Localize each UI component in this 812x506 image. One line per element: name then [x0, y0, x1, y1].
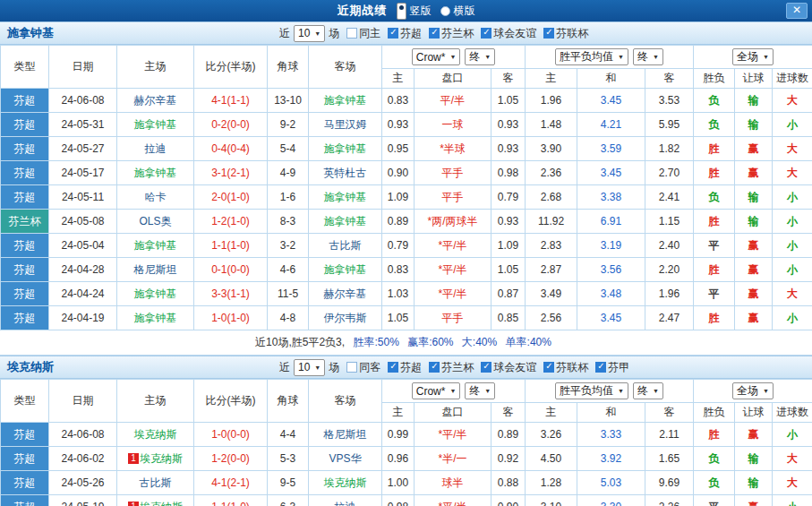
checkbox-checked-icon[interactable]: ✓ [388, 362, 398, 373]
avg-final-select[interactable]: 终▼ [633, 382, 663, 399]
away-team-name[interactable]: 格尼斯坦 [324, 428, 367, 441]
league-filter[interactable]: ✓ 芬兰杯 [429, 26, 474, 41]
away-team-cell[interactable]: 施拿钟基 [309, 258, 382, 282]
away-team-name[interactable]: 马里汉姆 [324, 118, 367, 131]
odds-final-select[interactable]: 终▼ [465, 382, 495, 399]
fulltime-select[interactable]: 全场▼ [732, 382, 774, 399]
home-team-cell[interactable]: 格尼斯坦 [117, 258, 194, 282]
layout-horizontal-radio[interactable]: 横版 [440, 4, 475, 19]
league-filter[interactable]: ✓ 芬甲 [595, 360, 629, 375]
league-filter[interactable]: ✓ 芬联杯 [543, 26, 588, 41]
home-team-cell[interactable]: 哈卡 [117, 185, 194, 210]
bookmaker-select[interactable]: Crow*▼ [412, 382, 461, 399]
avg-final-select[interactable]: 终▼ [633, 48, 663, 65]
bookmaker-select[interactable]: Crow*▼ [412, 48, 461, 65]
home-team-cell[interactable]: OLS奥 [117, 210, 194, 234]
league-filter[interactable]: ✓ 芬兰杯 [429, 360, 474, 375]
home-team-cell[interactable]: 古比斯 [117, 471, 194, 495]
same-venue-filter[interactable]: 同客 [346, 360, 380, 375]
away-team-cell[interactable]: 伊尔韦斯 [309, 306, 382, 330]
home-team-name[interactable]: 埃克纳斯 [140, 452, 183, 465]
away-team-name[interactable]: 埃克纳斯 [324, 476, 367, 489]
team1-name[interactable]: 施拿钟基 [7, 25, 54, 41]
home-team-name[interactable]: 古比斯 [140, 476, 172, 489]
avg-select[interactable]: 胜平负均值▼ [555, 48, 628, 65]
away-team-cell[interactable]: VPS华 [309, 447, 382, 471]
match-count-select[interactable]: 10 ▼ [294, 359, 325, 376]
team2-name[interactable]: 埃克纳斯 [7, 359, 54, 375]
home-team-cell[interactable]: 施拿钟基 [117, 161, 194, 185]
checkbox-unchecked-icon[interactable] [346, 362, 357, 373]
home-team-name[interactable]: 哈卡 [145, 191, 167, 203]
home-team-name[interactable]: 拉迪 [145, 142, 167, 155]
checkbox-checked-icon[interactable]: ✓ [595, 362, 606, 373]
checkbox-checked-icon[interactable]: ✓ [388, 28, 398, 39]
away-team-cell[interactable]: 施拿钟基 [309, 185, 382, 210]
away-team-name[interactable]: 施拿钟基 [324, 191, 367, 203]
away-team-name[interactable]: 施拿钟基 [324, 215, 367, 227]
fulltime-select[interactable]: 全场▼ [732, 48, 774, 65]
away-team-cell[interactable]: 格尼斯坦 [309, 423, 382, 447]
checkbox-unchecked-icon[interactable] [346, 28, 357, 39]
league-filter[interactable]: ✓ 球会友谊 [481, 360, 536, 375]
away-team-name[interactable]: 伊尔韦斯 [324, 312, 367, 324]
away-team-name[interactable]: VPS华 [329, 452, 361, 465]
checkbox-checked-icon[interactable]: ✓ [543, 362, 554, 373]
home-team-cell[interactable]: 赫尔辛基 [117, 89, 194, 113]
away-team-name[interactable]: 拉迪 [335, 501, 356, 506]
league-filter[interactable]: ✓ 芬联杯 [543, 360, 588, 375]
home-team-name[interactable]: 格尼斯坦 [134, 263, 177, 276]
home-team-name[interactable]: 赫尔辛基 [134, 94, 177, 107]
home-team-cell[interactable]: 施拿钟基 [117, 306, 194, 330]
home-team-cell[interactable]: 施拿钟基 [117, 234, 194, 258]
away-team-cell[interactable]: 施拿钟基 [309, 137, 382, 161]
away-team-cell[interactable]: 施拿钟基 [309, 210, 382, 234]
home-team-name[interactable]: 施拿钟基 [134, 287, 177, 300]
away-team-cell[interactable]: 马里汉姆 [309, 113, 382, 137]
away-team-cell[interactable]: 赫尔辛基 [309, 282, 382, 306]
home-team-cell[interactable]: 拉迪 [117, 137, 194, 161]
away-team-cell[interactable]: 古比斯 [309, 234, 382, 258]
odds-final-select[interactable]: 终▼ [465, 48, 495, 65]
avg-select[interactable]: 胜平负均值▼ [555, 382, 628, 399]
home-team-name[interactable]: 施拿钟基 [134, 167, 177, 179]
home-team-name[interactable]: 施拿钟基 [134, 239, 177, 252]
home-team-name[interactable]: 埃克纳斯 [140, 501, 183, 506]
away-team-name[interactable]: 施拿钟基 [324, 94, 367, 107]
league-filter[interactable]: ✓ 芬超 [388, 360, 422, 375]
away-team-cell[interactable]: 拉迪 [309, 495, 382, 506]
home-team-cell[interactable]: 1埃克纳斯 [117, 447, 194, 471]
chevron-down-icon: ▼ [653, 54, 659, 60]
checkbox-checked-icon[interactable]: ✓ [481, 362, 491, 373]
home-team-cell[interactable]: 1埃克纳斯 [117, 495, 194, 506]
away-team-name[interactable]: 古比斯 [329, 239, 362, 252]
home-team-name[interactable]: OLS奥 [139, 215, 171, 227]
home-team-cell[interactable]: 埃克纳斯 [117, 423, 194, 447]
layout-vertical-radio[interactable]: 竖版 [397, 3, 432, 20]
match-count-select[interactable]: 10 ▼ [294, 25, 325, 42]
home-team-cell[interactable]: 施拿钟基 [117, 113, 194, 137]
away-team-cell[interactable]: 施拿钟基 [309, 89, 382, 113]
league-cell: 芬超 [1, 258, 49, 282]
home-team-cell[interactable]: 施拿钟基 [117, 282, 194, 306]
home-team-name[interactable]: 施拿钟基 [134, 312, 177, 324]
radio-selected-icon[interactable] [397, 3, 406, 20]
checkbox-checked-icon[interactable]: ✓ [481, 28, 491, 39]
away-team-cell[interactable]: 英特杜古 [309, 161, 382, 185]
away-team-name[interactable]: 施拿钟基 [324, 263, 367, 276]
away-team-name[interactable]: 施拿钟基 [324, 142, 367, 155]
radio-unselected-icon[interactable] [440, 6, 450, 16]
league-filter[interactable]: ✓ 球会友谊 [481, 26, 536, 41]
same-venue-filter[interactable]: 同主 [346, 26, 380, 41]
checkbox-checked-icon[interactable]: ✓ [429, 28, 440, 39]
table1-header-group-row: 类型 日期 主场 比分(半场) 角球 客场 Crow*▼ 终▼ 胜平负均值▼ 终… [1, 46, 812, 69]
checkbox-checked-icon[interactable]: ✓ [429, 362, 440, 373]
home-team-name[interactable]: 施拿钟基 [134, 118, 177, 131]
close-button[interactable]: ✕ [786, 3, 808, 19]
away-team-name[interactable]: 赫尔辛基 [324, 287, 367, 300]
league-filter[interactable]: ✓ 芬超 [388, 26, 422, 41]
checkbox-checked-icon[interactable]: ✓ [543, 28, 554, 39]
home-team-name[interactable]: 埃克纳斯 [134, 428, 177, 441]
away-team-cell[interactable]: 埃克纳斯 [309, 471, 382, 495]
away-team-name[interactable]: 英特杜古 [324, 167, 367, 179]
